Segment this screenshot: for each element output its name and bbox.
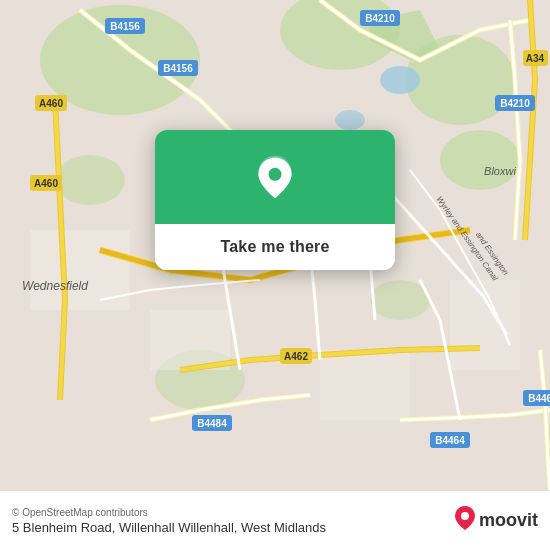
svg-point-44 [461, 512, 469, 520]
address-text: 5 Blenheim Road, Willenhall Willenhall, … [12, 520, 326, 535]
copyright-text: © OpenStreetMap contributors [12, 507, 326, 518]
svg-text:B4156: B4156 [163, 63, 193, 74]
moovit-icon [455, 506, 475, 535]
svg-text:B4484: B4484 [197, 418, 227, 429]
moovit-logo: moovit [455, 506, 538, 535]
popup-header [155, 130, 395, 224]
take-me-there-button[interactable]: Take me there [155, 224, 395, 270]
svg-rect-13 [320, 350, 410, 420]
map-container: B4156 B4156 B4210 B4210 A34 A460 A460 A4… [0, 0, 550, 490]
location-pin-icon [251, 154, 299, 202]
svg-text:Bloxwi: Bloxwi [484, 165, 516, 177]
svg-text:A460: A460 [39, 98, 63, 109]
svg-text:B4210: B4210 [500, 98, 530, 109]
svg-point-10 [335, 110, 365, 130]
bottom-left-info: © OpenStreetMap contributors 5 Blenheim … [12, 507, 326, 535]
svg-point-9 [380, 66, 420, 94]
svg-text:B4465: B4465 [528, 393, 550, 404]
svg-text:B4210: B4210 [365, 13, 395, 24]
svg-text:A462: A462 [284, 351, 308, 362]
svg-text:A34: A34 [526, 53, 545, 64]
moovit-text: moovit [479, 510, 538, 531]
popup-card: Take me there [155, 130, 395, 270]
svg-rect-14 [450, 280, 520, 370]
svg-text:A460: A460 [34, 178, 58, 189]
svg-point-4 [440, 130, 520, 190]
svg-point-6 [55, 155, 125, 205]
bottom-bar: © OpenStreetMap contributors 5 Blenheim … [0, 490, 550, 550]
svg-text:Wednesfield: Wednesfield [22, 279, 88, 293]
svg-rect-12 [150, 310, 230, 370]
svg-point-7 [370, 280, 430, 320]
svg-text:B4156: B4156 [110, 21, 140, 32]
svg-text:B4464: B4464 [435, 435, 465, 446]
svg-point-43 [269, 168, 282, 181]
